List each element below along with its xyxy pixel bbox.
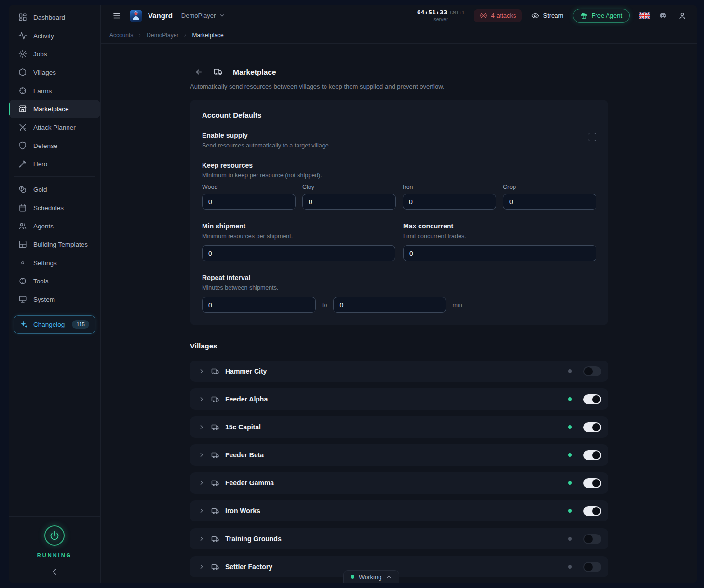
sidebar-item-schedules[interactable]: Schedules (9, 199, 100, 217)
village-row[interactable]: Training Grounds (190, 528, 608, 549)
village-row[interactable]: 15c Capital (190, 416, 608, 438)
sidebar-item-farms[interactable]: Farms (9, 81, 100, 100)
sidebar-item-dashboard[interactable]: Dashboard (9, 8, 100, 27)
village-status-dot (568, 565, 572, 569)
interval-unit: min (452, 302, 462, 308)
iron-input[interactable] (403, 194, 496, 210)
bot-status-label: RUNNING (37, 552, 72, 558)
village-status-dot (568, 509, 572, 513)
chevron-right-icon[interactable] (198, 368, 205, 374)
dashboard-icon (18, 13, 27, 22)
settings-icon (18, 258, 27, 267)
sidebar-item-villages[interactable]: Villages (9, 63, 100, 81)
village-row[interactable]: Iron Works (190, 500, 608, 521)
hero-icon (18, 160, 27, 168)
breadcrumb-item[interactable]: Accounts (109, 32, 133, 39)
crop-input[interactable] (503, 194, 596, 210)
max-concurrent-description: Limit concurrent trades. (403, 233, 596, 240)
sidebar-item-defense[interactable]: Defense (9, 136, 100, 155)
village-name: Training Grounds (225, 535, 282, 543)
min-shipment-input[interactable] (202, 245, 395, 261)
resource-field-crop: Crop (503, 184, 596, 210)
village-row[interactable]: Hammer City (190, 361, 608, 382)
village-row[interactable]: Feeder Gamma (190, 472, 608, 494)
village-enable-toggle[interactable] (583, 450, 601, 460)
keep-resources-description: Minimum to keep per resource (not shippe… (202, 172, 596, 179)
stream-button[interactable]: Stream (531, 12, 563, 20)
village-status-dot (568, 397, 572, 401)
chevron-right-icon[interactable] (198, 535, 205, 542)
clay-input[interactable] (302, 194, 396, 210)
sidebar-item-label: Hero (33, 160, 47, 168)
eye-icon (531, 12, 539, 20)
sidebar-item-agents[interactable]: Agents (9, 217, 100, 235)
gold-icon (18, 185, 27, 194)
bot-status-section: RUNNING (9, 516, 100, 583)
village-enable-toggle[interactable] (583, 422, 601, 432)
tools-icon (18, 277, 27, 285)
uk-flag-icon[interactable] (639, 12, 650, 19)
village-enable-toggle[interactable] (583, 534, 601, 544)
truck-icon (211, 423, 219, 431)
sidebar-item-jobs[interactable]: Jobs (9, 45, 100, 63)
village-name: Settler Factory (225, 563, 272, 571)
village-status-dot (568, 453, 572, 457)
interval-from-input[interactable] (202, 297, 316, 313)
chevron-right-icon[interactable] (198, 480, 205, 486)
sidebar-item-settings[interactable]: Settings (9, 254, 100, 272)
village-enable-toggle[interactable] (583, 506, 601, 516)
attacks-badge[interactable]: 4 attacks (474, 9, 522, 22)
chevron-right-icon[interactable] (198, 563, 205, 570)
sidebar-item-gold[interactable]: Gold (9, 180, 100, 199)
sidebar-item-system[interactable]: System (9, 290, 100, 308)
schedules-icon (18, 203, 27, 212)
sidebar-item-hero[interactable]: Hero (9, 155, 100, 173)
villages-icon (18, 68, 27, 77)
chevron-right-icon[interactable] (198, 508, 205, 514)
village-enable-toggle[interactable] (583, 562, 601, 572)
wood-input[interactable] (202, 194, 296, 210)
stream-label: Stream (543, 12, 563, 19)
main-area: Vangrd DemoPlayer 04:51:33 GMT+1 server (101, 5, 697, 583)
sidebar-item-changelog[interactable]: Changelog 115 (14, 315, 95, 334)
interval-to-word: to (322, 302, 327, 308)
max-concurrent-input[interactable] (403, 245, 596, 261)
sidebar-item-label: Agents (33, 223, 54, 230)
village-row[interactable]: Feeder Alpha (190, 388, 608, 410)
enable-supply-checkbox[interactable] (588, 133, 596, 141)
toggle-knob (584, 563, 593, 571)
collapse-sidebar-icon[interactable] (50, 567, 59, 576)
repeat-interval-description: Minutes between shipments. (202, 284, 596, 291)
discord-icon[interactable] (659, 11, 668, 20)
breadcrumb-item[interactable]: DemoPlayer (147, 32, 178, 39)
sidebar-primary-nav: DashboardActivityJobsVillagesFarmsMarket… (9, 5, 100, 173)
chevron-right-icon[interactable] (198, 424, 205, 430)
account-selector[interactable]: DemoPlayer (181, 12, 226, 19)
sidebar-item-marketplace[interactable]: Marketplace (9, 100, 100, 118)
chevron-right-icon[interactable] (198, 452, 205, 458)
sidebar-item-building-templates[interactable]: Building Templates (9, 235, 100, 254)
breadcrumb-item[interactable]: Marketplace (192, 32, 223, 39)
changelog-label: Changelog (33, 321, 65, 328)
back-arrow-icon[interactable] (195, 68, 203, 76)
sidebar-item-attack-planner[interactable]: Attack Planner (9, 118, 100, 136)
sidebar-item-label: Villages (33, 69, 56, 76)
village-enable-toggle[interactable] (583, 366, 601, 376)
chevron-right-icon[interactable] (198, 396, 205, 402)
sidebar-item-tools[interactable]: Tools (9, 272, 100, 290)
farms-icon (18, 86, 27, 95)
user-profile-icon[interactable] (678, 12, 687, 20)
hamburger-menu-icon[interactable] (112, 12, 121, 20)
sidebar-secondary-nav: GoldSchedulesAgentsBuilding TemplatesSet… (9, 180, 100, 308)
toggle-knob (592, 451, 600, 459)
app-window: DashboardActivityJobsVillagesFarmsMarket… (9, 5, 697, 583)
village-enable-toggle[interactable] (583, 478, 601, 488)
system-icon (18, 295, 27, 304)
sidebar-item-activity[interactable]: Activity (9, 27, 100, 45)
free-agent-button[interactable]: Free Agent (573, 9, 630, 23)
power-button[interactable] (44, 525, 65, 546)
village-enable-toggle[interactable] (583, 394, 601, 404)
village-row[interactable]: Feeder Beta (190, 444, 608, 466)
interval-to-input[interactable] (333, 297, 446, 313)
agent-status-pill[interactable]: Working (343, 570, 399, 583)
